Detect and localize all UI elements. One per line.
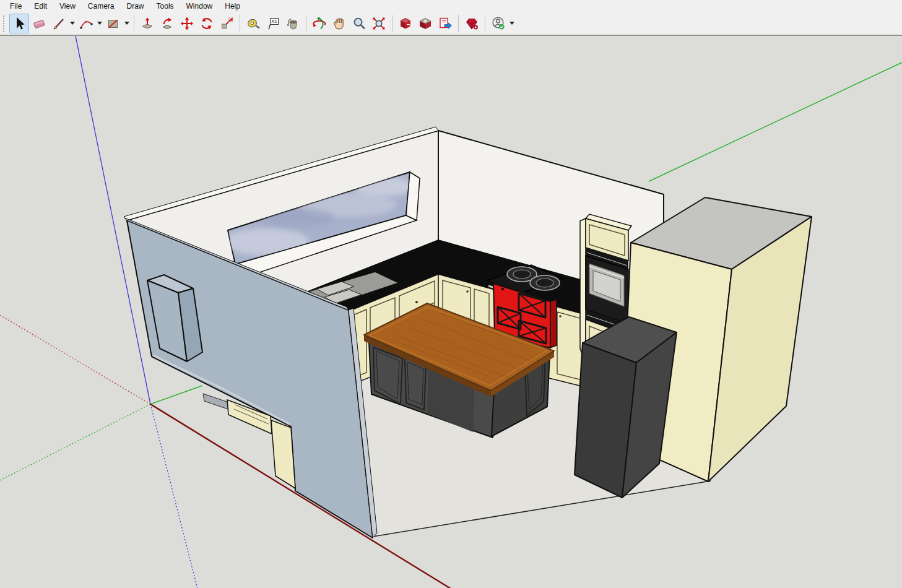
extension-warehouse-icon bbox=[398, 16, 413, 31]
paint-bucket-tool-button[interactable] bbox=[283, 14, 303, 33]
move-tool-button[interactable] bbox=[177, 14, 197, 33]
line-tool-dropdown[interactable] bbox=[69, 14, 76, 33]
cooker-badge bbox=[501, 288, 504, 290]
line-tool-button[interactable] bbox=[49, 14, 69, 33]
send-to-layout-icon bbox=[438, 16, 453, 31]
chevron-down-icon bbox=[510, 22, 514, 25]
3d-warehouse-icon bbox=[418, 16, 433, 31]
drawer-knob[interactable] bbox=[415, 301, 418, 303]
pan-hand-icon bbox=[332, 16, 347, 31]
pencil-icon bbox=[51, 16, 66, 31]
zoom-magnifier-icon bbox=[352, 16, 366, 31]
follow-me-tool-button[interactable] bbox=[157, 14, 177, 33]
arc-icon bbox=[79, 16, 93, 31]
send-to-layout-button[interactable] bbox=[435, 14, 455, 33]
toolbar-separator bbox=[392, 15, 392, 32]
chevron-down-icon bbox=[97, 22, 102, 25]
menu-draw[interactable]: Draw bbox=[121, 1, 150, 12]
toolbar-separator bbox=[458, 15, 459, 32]
menu-camera[interactable]: Camera bbox=[82, 1, 121, 12]
menu-bar: File Edit View Camera Draw Tools Window … bbox=[0, 0, 902, 12]
model-canvas[interactable] bbox=[0, 36, 902, 588]
select-arrow-icon bbox=[12, 16, 27, 31]
scale-tool-button[interactable] bbox=[217, 14, 236, 33]
3d-warehouse-button[interactable] bbox=[415, 14, 435, 33]
model-viewport[interactable] bbox=[0, 35, 902, 588]
account-dropdown[interactable] bbox=[508, 14, 516, 33]
scale-icon bbox=[219, 16, 234, 31]
orbit-tool-button[interactable] bbox=[310, 14, 329, 33]
toolbar-separator bbox=[306, 15, 306, 32]
hotplate-lid-inner bbox=[513, 270, 531, 279]
zoom-tool-button[interactable] bbox=[349, 14, 369, 33]
menu-edit[interactable]: Edit bbox=[28, 1, 53, 12]
toolbar-drag-handle[interactable] bbox=[3, 15, 7, 32]
eraser-tool-button[interactable] bbox=[29, 14, 49, 33]
push-pull-icon bbox=[140, 16, 155, 31]
arc-tool-button[interactable] bbox=[76, 14, 96, 33]
extension-warehouse-button[interactable] bbox=[396, 14, 415, 33]
hotplate-lid-inner bbox=[536, 279, 553, 287]
eraser-icon bbox=[32, 16, 46, 31]
menu-file[interactable]: File bbox=[4, 1, 28, 12]
account-avatar-icon bbox=[491, 16, 506, 31]
orbit-icon bbox=[312, 16, 327, 31]
rotate-tool-button[interactable] bbox=[197, 14, 217, 33]
cooker-side bbox=[550, 300, 557, 348]
push-pull-tool-button[interactable] bbox=[137, 14, 157, 33]
svg-text:A1: A1 bbox=[271, 19, 277, 24]
door-knob[interactable] bbox=[559, 315, 562, 318]
move-icon bbox=[180, 16, 194, 31]
toolbar-separator bbox=[240, 15, 240, 32]
toolbar: A1 bbox=[0, 12, 902, 35]
pan-tool-button[interactable] bbox=[329, 14, 349, 33]
arc-tool-dropdown[interactable] bbox=[96, 14, 103, 33]
menu-tools[interactable]: Tools bbox=[150, 1, 180, 12]
menu-view[interactable]: View bbox=[53, 1, 82, 12]
account-button[interactable] bbox=[488, 14, 508, 33]
zoom-extents-tool-button[interactable] bbox=[369, 14, 389, 33]
menu-help[interactable]: Help bbox=[219, 1, 246, 12]
text-tool-button[interactable]: A1 bbox=[263, 14, 283, 33]
rectangle-tool-button[interactable] bbox=[103, 14, 123, 33]
rectangle-tool-dropdown[interactable] bbox=[123, 14, 131, 33]
zoom-extents-icon bbox=[371, 16, 386, 31]
rectangle-icon bbox=[106, 16, 121, 31]
toolbar-separator bbox=[485, 15, 485, 32]
rotate-icon bbox=[199, 16, 214, 31]
extension-manager-button[interactable] bbox=[462, 14, 482, 33]
chevron-down-icon bbox=[70, 22, 75, 25]
door-knob[interactable] bbox=[466, 290, 469, 293]
select-tool-button[interactable] bbox=[9, 14, 29, 33]
tape-measure-tool-button[interactable] bbox=[243, 14, 263, 33]
follow-me-icon bbox=[160, 16, 175, 31]
tape-measure-icon bbox=[246, 16, 261, 31]
text-icon: A1 bbox=[266, 16, 280, 31]
toolbar-separator bbox=[134, 15, 134, 32]
chevron-down-icon bbox=[124, 22, 129, 25]
paint-bucket-icon bbox=[285, 16, 300, 31]
red-gem-icon bbox=[464, 16, 479, 31]
menu-window[interactable]: Window bbox=[180, 1, 219, 12]
